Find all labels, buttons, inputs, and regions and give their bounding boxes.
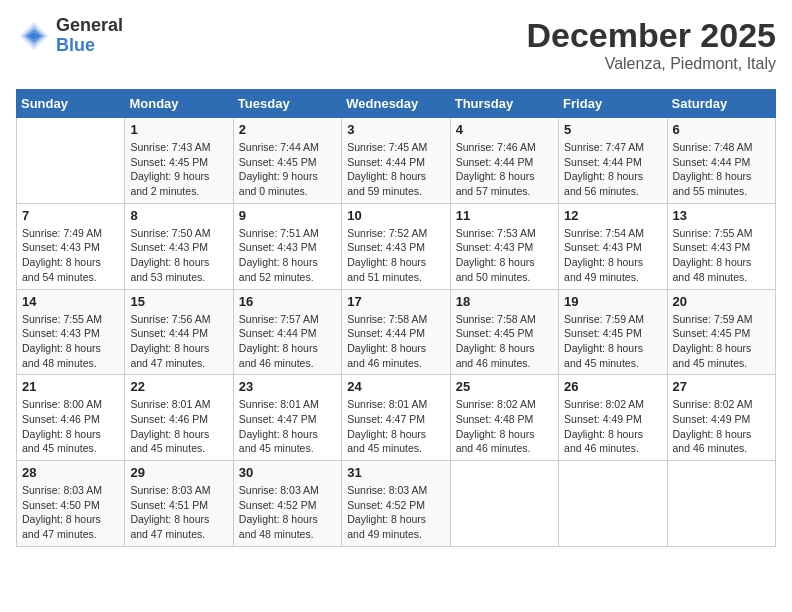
day-number: 6 <box>673 122 770 137</box>
calendar-cell: 7Sunrise: 7:49 AMSunset: 4:43 PMDaylight… <box>17 203 125 289</box>
day-detail: Sunrise: 7:52 AMSunset: 4:43 PMDaylight:… <box>347 226 444 285</box>
calendar-cell <box>450 461 558 547</box>
day-detail: Sunrise: 7:56 AMSunset: 4:44 PMDaylight:… <box>130 312 227 371</box>
day-number: 27 <box>673 379 770 394</box>
page-header: General Blue December 2025 Valenza, Pied… <box>16 16 776 73</box>
day-number: 18 <box>456 294 553 309</box>
day-detail: Sunrise: 7:47 AMSunset: 4:44 PMDaylight:… <box>564 140 661 199</box>
calendar-cell: 10Sunrise: 7:52 AMSunset: 4:43 PMDayligh… <box>342 203 450 289</box>
calendar-cell: 26Sunrise: 8:02 AMSunset: 4:49 PMDayligh… <box>559 375 667 461</box>
calendar-cell <box>559 461 667 547</box>
calendar-cell: 25Sunrise: 8:02 AMSunset: 4:48 PMDayligh… <box>450 375 558 461</box>
calendar-cell: 2Sunrise: 7:44 AMSunset: 4:45 PMDaylight… <box>233 118 341 204</box>
day-detail: Sunrise: 7:48 AMSunset: 4:44 PMDaylight:… <box>673 140 770 199</box>
day-number: 8 <box>130 208 227 223</box>
calendar-cell: 17Sunrise: 7:58 AMSunset: 4:44 PMDayligh… <box>342 289 450 375</box>
day-number: 13 <box>673 208 770 223</box>
calendar-week-row: 21Sunrise: 8:00 AMSunset: 4:46 PMDayligh… <box>17 375 776 461</box>
day-number: 7 <box>22 208 119 223</box>
day-detail: Sunrise: 7:49 AMSunset: 4:43 PMDaylight:… <box>22 226 119 285</box>
day-detail: Sunrise: 7:45 AMSunset: 4:44 PMDaylight:… <box>347 140 444 199</box>
day-detail: Sunrise: 8:03 AMSunset: 4:52 PMDaylight:… <box>239 483 336 542</box>
logo-general-text: General <box>56 16 123 36</box>
calendar-cell: 11Sunrise: 7:53 AMSunset: 4:43 PMDayligh… <box>450 203 558 289</box>
calendar-cell: 16Sunrise: 7:57 AMSunset: 4:44 PMDayligh… <box>233 289 341 375</box>
calendar-body: 1Sunrise: 7:43 AMSunset: 4:45 PMDaylight… <box>17 118 776 547</box>
day-detail: Sunrise: 8:01 AMSunset: 4:47 PMDaylight:… <box>239 397 336 456</box>
logo-icon <box>16 18 52 54</box>
weekday-row: SundayMondayTuesdayWednesdayThursdayFrid… <box>17 90 776 118</box>
day-detail: Sunrise: 8:00 AMSunset: 4:46 PMDaylight:… <box>22 397 119 456</box>
day-number: 16 <box>239 294 336 309</box>
day-number: 28 <box>22 465 119 480</box>
day-detail: Sunrise: 7:58 AMSunset: 4:44 PMDaylight:… <box>347 312 444 371</box>
title-block: December 2025 Valenza, Piedmont, Italy <box>526 16 776 73</box>
day-number: 5 <box>564 122 661 137</box>
weekday-header: Saturday <box>667 90 775 118</box>
month-title: December 2025 <box>526 16 776 55</box>
calendar-cell: 13Sunrise: 7:55 AMSunset: 4:43 PMDayligh… <box>667 203 775 289</box>
calendar-cell: 8Sunrise: 7:50 AMSunset: 4:43 PMDaylight… <box>125 203 233 289</box>
day-detail: Sunrise: 7:46 AMSunset: 4:44 PMDaylight:… <box>456 140 553 199</box>
day-number: 14 <box>22 294 119 309</box>
calendar-cell: 21Sunrise: 8:00 AMSunset: 4:46 PMDayligh… <box>17 375 125 461</box>
day-number: 26 <box>564 379 661 394</box>
day-detail: Sunrise: 7:43 AMSunset: 4:45 PMDaylight:… <box>130 140 227 199</box>
day-detail: Sunrise: 7:54 AMSunset: 4:43 PMDaylight:… <box>564 226 661 285</box>
day-number: 9 <box>239 208 336 223</box>
day-number: 19 <box>564 294 661 309</box>
calendar-cell: 6Sunrise: 7:48 AMSunset: 4:44 PMDaylight… <box>667 118 775 204</box>
day-number: 1 <box>130 122 227 137</box>
calendar-cell: 27Sunrise: 8:02 AMSunset: 4:49 PMDayligh… <box>667 375 775 461</box>
calendar-cell <box>17 118 125 204</box>
day-number: 4 <box>456 122 553 137</box>
weekday-header: Sunday <box>17 90 125 118</box>
day-detail: Sunrise: 8:03 AMSunset: 4:51 PMDaylight:… <box>130 483 227 542</box>
day-detail: Sunrise: 7:59 AMSunset: 4:45 PMDaylight:… <box>673 312 770 371</box>
logo-blue-text: Blue <box>56 36 123 56</box>
calendar-week-row: 14Sunrise: 7:55 AMSunset: 4:43 PMDayligh… <box>17 289 776 375</box>
day-number: 3 <box>347 122 444 137</box>
calendar-cell <box>667 461 775 547</box>
day-number: 17 <box>347 294 444 309</box>
calendar-cell: 19Sunrise: 7:59 AMSunset: 4:45 PMDayligh… <box>559 289 667 375</box>
calendar-cell: 15Sunrise: 7:56 AMSunset: 4:44 PMDayligh… <box>125 289 233 375</box>
day-detail: Sunrise: 8:03 AMSunset: 4:52 PMDaylight:… <box>347 483 444 542</box>
day-detail: Sunrise: 8:01 AMSunset: 4:47 PMDaylight:… <box>347 397 444 456</box>
calendar-cell: 31Sunrise: 8:03 AMSunset: 4:52 PMDayligh… <box>342 461 450 547</box>
calendar-week-row: 1Sunrise: 7:43 AMSunset: 4:45 PMDaylight… <box>17 118 776 204</box>
calendar-cell: 28Sunrise: 8:03 AMSunset: 4:50 PMDayligh… <box>17 461 125 547</box>
day-detail: Sunrise: 8:02 AMSunset: 4:48 PMDaylight:… <box>456 397 553 456</box>
day-detail: Sunrise: 8:02 AMSunset: 4:49 PMDaylight:… <box>673 397 770 456</box>
day-number: 11 <box>456 208 553 223</box>
calendar-table: SundayMondayTuesdayWednesdayThursdayFrid… <box>16 89 776 547</box>
calendar-cell: 5Sunrise: 7:47 AMSunset: 4:44 PMDaylight… <box>559 118 667 204</box>
day-detail: Sunrise: 7:53 AMSunset: 4:43 PMDaylight:… <box>456 226 553 285</box>
day-number: 30 <box>239 465 336 480</box>
weekday-header: Monday <box>125 90 233 118</box>
day-number: 2 <box>239 122 336 137</box>
calendar-cell: 3Sunrise: 7:45 AMSunset: 4:44 PMDaylight… <box>342 118 450 204</box>
calendar-week-row: 28Sunrise: 8:03 AMSunset: 4:50 PMDayligh… <box>17 461 776 547</box>
day-detail: Sunrise: 7:44 AMSunset: 4:45 PMDaylight:… <box>239 140 336 199</box>
day-number: 31 <box>347 465 444 480</box>
day-number: 24 <box>347 379 444 394</box>
weekday-header: Friday <box>559 90 667 118</box>
location-text: Valenza, Piedmont, Italy <box>526 55 776 73</box>
day-number: 15 <box>130 294 227 309</box>
logo-text: General Blue <box>56 16 123 56</box>
calendar-cell: 12Sunrise: 7:54 AMSunset: 4:43 PMDayligh… <box>559 203 667 289</box>
day-detail: Sunrise: 7:51 AMSunset: 4:43 PMDaylight:… <box>239 226 336 285</box>
day-number: 25 <box>456 379 553 394</box>
day-detail: Sunrise: 8:03 AMSunset: 4:50 PMDaylight:… <box>22 483 119 542</box>
day-detail: Sunrise: 8:02 AMSunset: 4:49 PMDaylight:… <box>564 397 661 456</box>
day-detail: Sunrise: 7:50 AMSunset: 4:43 PMDaylight:… <box>130 226 227 285</box>
calendar-cell: 4Sunrise: 7:46 AMSunset: 4:44 PMDaylight… <box>450 118 558 204</box>
day-number: 22 <box>130 379 227 394</box>
calendar-cell: 20Sunrise: 7:59 AMSunset: 4:45 PMDayligh… <box>667 289 775 375</box>
day-detail: Sunrise: 7:59 AMSunset: 4:45 PMDaylight:… <box>564 312 661 371</box>
day-detail: Sunrise: 7:58 AMSunset: 4:45 PMDaylight:… <box>456 312 553 371</box>
calendar-week-row: 7Sunrise: 7:49 AMSunset: 4:43 PMDaylight… <box>17 203 776 289</box>
calendar-cell: 24Sunrise: 8:01 AMSunset: 4:47 PMDayligh… <box>342 375 450 461</box>
calendar-cell: 30Sunrise: 8:03 AMSunset: 4:52 PMDayligh… <box>233 461 341 547</box>
